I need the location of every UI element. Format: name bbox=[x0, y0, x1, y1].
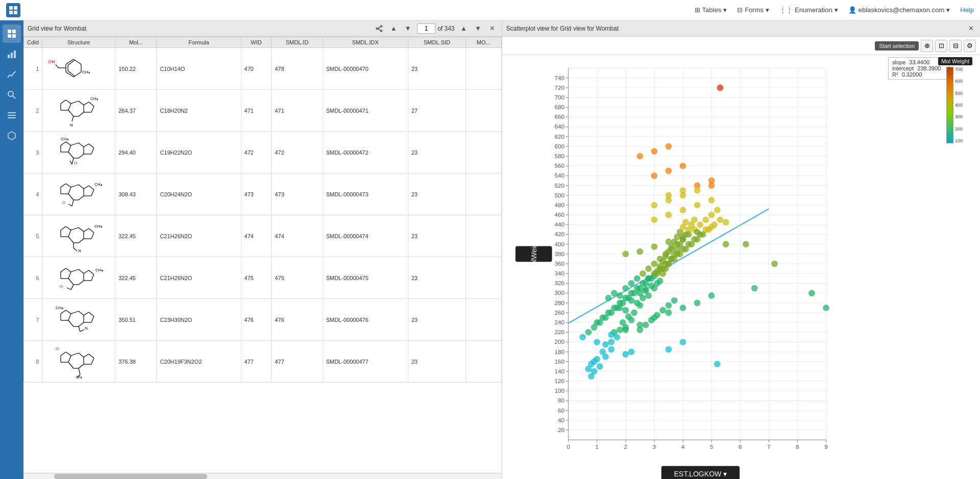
scatter-body: slope 33.4400 intercept 238.3900 R² 0.32… bbox=[502, 55, 981, 479]
svg-point-388 bbox=[697, 221, 703, 228]
app-logo[interactable] bbox=[6, 3, 20, 17]
svg-text:700: 700 bbox=[554, 94, 564, 100]
horizontal-scrollbar[interactable] bbox=[23, 473, 502, 479]
svg-line-103 bbox=[89, 229, 94, 233]
svg-point-329 bbox=[619, 319, 626, 326]
svg-point-449 bbox=[651, 243, 657, 250]
svg-line-55 bbox=[71, 143, 79, 145]
svg-text:740: 740 bbox=[554, 75, 564, 81]
cell-smdlid: 474 bbox=[272, 215, 323, 257]
sidebar-item-grid[interactable] bbox=[3, 24, 21, 43]
col-molweight[interactable]: Mol... bbox=[115, 37, 157, 48]
enumeration-menu[interactable]: ⋮⋮ Enumeration ▾ bbox=[779, 6, 838, 14]
svg-text:O: O bbox=[62, 200, 65, 205]
cell-wid: 473 bbox=[241, 173, 272, 215]
help-link[interactable]: Help bbox=[960, 6, 974, 14]
col-mo[interactable]: MO... bbox=[466, 37, 501, 48]
col-formula[interactable]: Formula bbox=[157, 37, 241, 48]
forms-menu[interactable]: ⊟ Forms ▾ bbox=[737, 6, 769, 14]
cell-molweight: 294.40 bbox=[115, 132, 157, 173]
svg-line-126 bbox=[67, 288, 71, 290]
svg-text:N: N bbox=[85, 326, 88, 331]
tables-menu[interactable]: ⊞ Tables ▾ bbox=[695, 6, 727, 14]
svg-point-430 bbox=[682, 246, 689, 253]
svg-text:40: 40 bbox=[557, 417, 564, 423]
svg-point-422 bbox=[636, 285, 643, 292]
svg-point-423 bbox=[642, 280, 649, 287]
cell-formula: C23H30N2O bbox=[157, 299, 241, 341]
svg-text:340: 340 bbox=[554, 270, 564, 276]
cell-wid: 477 bbox=[241, 341, 272, 383]
expand-up-button[interactable]: ▲ bbox=[459, 23, 469, 34]
cell-wid: 475 bbox=[241, 257, 272, 299]
cell-structure: OH CH₃ bbox=[42, 48, 115, 90]
cell-mo bbox=[466, 299, 501, 341]
user-menu[interactable]: 👤 eblaskovics@chemaxon.com ▾ bbox=[848, 6, 950, 14]
cell-smdlsid: 23 bbox=[408, 215, 466, 257]
grid-panel: Grid view for Wombat ▲ ▼ of 343 bbox=[23, 20, 502, 479]
col-smdlidx[interactable]: SMDL.IDX bbox=[323, 37, 408, 48]
col-smdlid[interactable]: SMDL.ID bbox=[272, 37, 323, 48]
svg-line-84 bbox=[89, 186, 94, 190]
sidebar-item-charts[interactable] bbox=[3, 45, 21, 63]
sidebar bbox=[0, 20, 23, 479]
svg-point-373 bbox=[610, 290, 617, 296]
svg-point-494 bbox=[679, 192, 686, 198]
svg-point-483 bbox=[587, 361, 594, 367]
main-layout: Grid view for Wombat ▲ ▼ of 343 bbox=[0, 20, 980, 479]
svg-point-489 bbox=[771, 261, 778, 267]
col-wid[interactable]: WID bbox=[241, 37, 272, 48]
svg-line-66 bbox=[91, 148, 94, 154]
svg-point-438 bbox=[608, 332, 615, 338]
svg-text:6: 6 bbox=[738, 444, 741, 450]
page-total: of 343 bbox=[437, 25, 454, 32]
svg-rect-5 bbox=[12, 30, 16, 33]
crosshair-tool-button[interactable]: ⊕ bbox=[921, 40, 933, 52]
svg-line-137 bbox=[61, 310, 66, 314]
svg-rect-0 bbox=[9, 6, 13, 10]
svg-point-487 bbox=[742, 241, 749, 247]
svg-text:4: 4 bbox=[681, 444, 684, 450]
svg-text:660: 660 bbox=[554, 114, 564, 120]
cell-formula: C10H14O bbox=[157, 48, 241, 90]
svg-text:N: N bbox=[70, 123, 73, 128]
close-scatter-button[interactable]: ✕ bbox=[966, 23, 976, 34]
svg-line-96 bbox=[79, 239, 84, 243]
grid-table-container[interactable]: CdId Structure Mol... Formula WID SMDL.I… bbox=[23, 37, 502, 473]
settings-button[interactable]: ⚙ bbox=[964, 40, 976, 52]
svg-text:720: 720 bbox=[554, 85, 564, 91]
expand-down-button[interactable]: ▼ bbox=[473, 23, 483, 34]
svg-line-91 bbox=[68, 237, 74, 243]
zoom-fit-button[interactable]: ⊡ bbox=[935, 40, 947, 52]
svg-line-56 bbox=[79, 143, 84, 147]
svg-line-98 bbox=[66, 226, 71, 230]
svg-point-323 bbox=[608, 339, 615, 345]
cell-mo bbox=[466, 48, 501, 90]
share-button[interactable] bbox=[374, 23, 384, 34]
sidebar-item-search[interactable] bbox=[3, 86, 21, 104]
svg-text:N: N bbox=[78, 248, 81, 253]
close-grid-button[interactable]: ✕ bbox=[487, 23, 498, 34]
start-selection-button[interactable]: Start selection bbox=[875, 41, 919, 51]
svg-point-419 bbox=[619, 299, 626, 306]
svg-text:CF₃: CF₃ bbox=[76, 375, 82, 379]
zoom-out-button[interactable]: ⊟ bbox=[949, 40, 962, 52]
svg-point-381 bbox=[656, 256, 663, 262]
slope-label: slope bbox=[892, 59, 905, 65]
sidebar-item-line-chart[interactable] bbox=[3, 65, 21, 84]
col-structure[interactable]: Structure bbox=[42, 37, 115, 48]
cell-smdlid: 478 bbox=[272, 48, 323, 90]
scatter-svg[interactable]: 2040608010012014016018020022024026028030… bbox=[502, 55, 981, 479]
table-row: 2 N CH₃ 264.37 C18H20N2 471 471 SMDL-000… bbox=[24, 90, 502, 132]
page-input[interactable] bbox=[417, 23, 435, 34]
svg-point-343 bbox=[648, 283, 654, 289]
sidebar-item-hex[interactable] bbox=[3, 127, 21, 145]
prev-page-button[interactable]: ▲ bbox=[388, 23, 399, 34]
svg-line-75 bbox=[79, 185, 84, 189]
col-cdid[interactable]: CdId bbox=[24, 37, 42, 48]
col-smdlsid[interactable]: SMDL.SID bbox=[408, 37, 466, 48]
sidebar-item-list[interactable] bbox=[3, 106, 21, 124]
cell-smdlsid: 23 bbox=[408, 48, 466, 90]
svg-text:CH₃: CH₃ bbox=[90, 96, 98, 101]
next-page-button[interactable]: ▼ bbox=[403, 23, 413, 34]
